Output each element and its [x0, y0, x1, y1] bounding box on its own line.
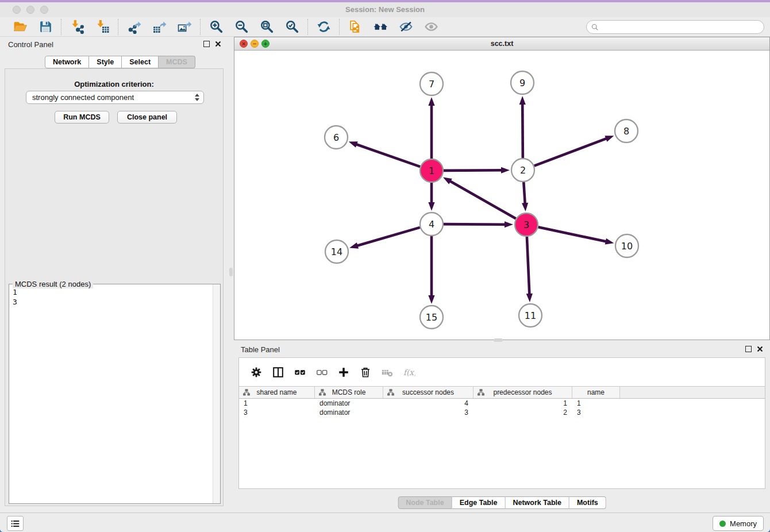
export-network-icon — [127, 20, 141, 34]
attribute-icon — [319, 389, 326, 396]
save-session-button[interactable] — [37, 19, 53, 35]
import-table-button[interactable] — [94, 19, 110, 35]
svg-text:7: 7 — [429, 79, 434, 90]
edge-1-6[interactable] — [349, 141, 420, 167]
zoom-in-button[interactable] — [208, 19, 224, 35]
float-panel-icon[interactable] — [203, 41, 210, 47]
graph-node-3[interactable]: 3 — [515, 213, 538, 236]
open-session-icon — [13, 20, 28, 34]
cell-MCDS-role: dominator — [315, 399, 383, 407]
column-visibility-button[interactable] — [271, 365, 284, 379]
graph-node-11[interactable]: 11 — [519, 304, 542, 327]
hide-selected-button[interactable] — [398, 19, 414, 35]
deselect-all-icon — [315, 366, 328, 379]
cell-name: 1 — [572, 399, 620, 407]
node-table: shared nameMCDS rolesuccessor nodesprede… — [239, 386, 765, 417]
tab-edge-table[interactable]: Edge Table — [452, 496, 506, 509]
export-network-button[interactable] — [126, 19, 142, 35]
edge-2-8[interactable] — [534, 136, 614, 165]
result-scrollbar[interactable] — [213, 284, 220, 503]
memory-button[interactable]: Memory — [713, 516, 764, 531]
show-selected-button — [423, 19, 439, 35]
network-window-titlebar[interactable]: × − + scc.txt — [234, 37, 769, 51]
edge-1-2[interactable] — [444, 167, 510, 174]
show-all-networks-button[interactable] — [372, 19, 388, 35]
task-history-button[interactable] — [7, 516, 24, 531]
column-header-shared-name[interactable]: shared name — [239, 387, 315, 398]
graph-node-15[interactable]: 15 — [420, 306, 443, 329]
tab-motifs[interactable]: Motifs — [569, 496, 606, 509]
edge-3-11[interactable] — [526, 237, 533, 302]
column-header-name[interactable]: name — [572, 387, 620, 398]
table-row[interactable]: 1dominator411 — [239, 399, 765, 408]
tab-select[interactable]: Select — [122, 56, 159, 68]
edge-2-9[interactable] — [519, 96, 526, 158]
zoom-fit-button[interactable] — [259, 19, 275, 35]
close-panel-button[interactable]: Close panel — [117, 111, 177, 124]
search-input[interactable] — [602, 22, 759, 32]
network-graph: 7968124314101511 — [234, 51, 769, 340]
mcds-result-title: MCDS result (2 nodes) — [13, 280, 93, 288]
graph-node-9[interactable]: 9 — [511, 71, 534, 94]
graph-node-7[interactable]: 7 — [420, 72, 443, 95]
edge-4-15[interactable] — [428, 236, 434, 304]
add-column-button[interactable] — [337, 365, 350, 379]
float-table-panel-icon[interactable] — [745, 346, 752, 352]
edge-3-10[interactable] — [538, 227, 614, 244]
graph-node-2[interactable]: 2 — [511, 159, 534, 182]
deselect-all-button[interactable] — [315, 365, 328, 379]
refresh-layout-button[interactable] — [315, 19, 332, 35]
export-table-button[interactable] — [151, 19, 167, 35]
memory-button-label: Memory — [730, 519, 757, 528]
table-toolbar: f(x) — [239, 358, 765, 386]
search-field[interactable] — [586, 20, 764, 34]
run-mcds-button[interactable]: Run MCDS — [55, 111, 109, 124]
function-builder-button: f(x) — [402, 365, 415, 379]
edge-2-3[interactable] — [522, 182, 528, 211]
criterion-dropdown[interactable]: strongly connected component — [26, 91, 204, 104]
close-panel-icon[interactable] — [215, 41, 221, 47]
open-session-button[interactable] — [12, 19, 28, 35]
import-network-button[interactable] — [69, 19, 85, 35]
zoom-out-button[interactable] — [233, 19, 249, 35]
edge-3-1[interactable] — [443, 177, 516, 218]
network-canvas[interactable]: 7968124314101511 — [234, 51, 769, 340]
table-body: 1dominator4113dominator323 — [239, 399, 765, 417]
clone-network-button[interactable] — [347, 19, 363, 35]
graph-node-1[interactable]: 1 — [420, 159, 443, 182]
show-all-networks-icon — [374, 20, 388, 34]
column-header-label: MCDS role — [332, 388, 366, 396]
export-image-button[interactable] — [176, 19, 192, 35]
cell-shared-name: 1 — [239, 399, 315, 407]
column-header-predecessor-nodes[interactable]: predecessor nodes — [473, 387, 572, 398]
control-panel-header: Control Panel — [0, 37, 228, 53]
edge-1-4[interactable] — [428, 183, 434, 211]
status-bar: Memory — [0, 512, 770, 532]
graph-node-8[interactable]: 8 — [615, 119, 638, 142]
tab-network[interactable]: Network — [45, 56, 89, 68]
vertical-splitter-handle[interactable] — [229, 268, 233, 276]
edge-4-3[interactable] — [444, 221, 513, 228]
table-settings-icon — [250, 366, 263, 379]
table-settings-button[interactable] — [249, 365, 263, 379]
cell-MCDS-role: dominator — [315, 408, 383, 417]
search-icon — [591, 24, 599, 31]
zoom-selected-button[interactable] — [284, 19, 300, 35]
tab-node-table[interactable]: Node Table — [398, 496, 452, 509]
edge-4-14[interactable] — [349, 228, 420, 249]
tab-style[interactable]: Style — [89, 56, 122, 68]
graph-node-4[interactable]: 4 — [420, 213, 443, 236]
tab-mcds[interactable]: MCDS — [159, 56, 195, 68]
select-all-button[interactable] — [293, 365, 306, 379]
table-row[interactable]: 3dominator323 — [239, 408, 765, 417]
graph-node-14[interactable]: 14 — [325, 240, 348, 263]
close-table-panel-icon[interactable] — [757, 346, 763, 352]
graph-node-10[interactable]: 10 — [615, 234, 638, 257]
tab-network-table[interactable]: Network Table — [505, 496, 569, 509]
graph-node-6[interactable]: 6 — [325, 126, 348, 149]
svg-text:14: 14 — [331, 246, 342, 257]
delete-column-button[interactable] — [359, 365, 372, 379]
column-header-successor-nodes[interactable]: successor nodes — [383, 387, 473, 398]
column-header-MCDS-role[interactable]: MCDS role — [315, 387, 383, 398]
edge-1-7[interactable] — [428, 97, 434, 159]
